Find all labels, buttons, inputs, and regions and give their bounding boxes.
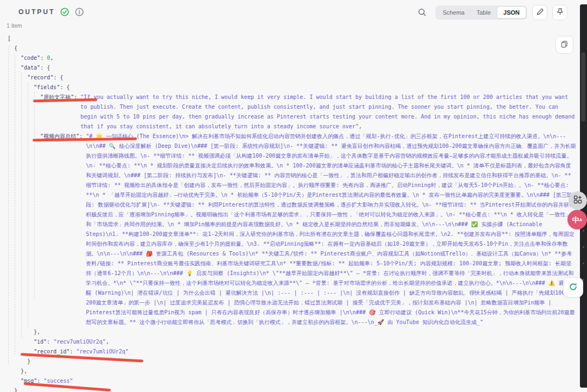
tab-table[interactable]: Table xyxy=(471,7,497,18)
json-punctuation: }, xyxy=(21,366,27,376)
json-row: "record_id": "recv7umliOUr2q" xyxy=(8,347,576,357)
json-value: 0, xyxy=(47,53,576,63)
json-row: "msg": "success" xyxy=(8,376,576,386)
json-value: { xyxy=(60,73,576,83)
json-row: "视频内容总结": "# 🌟 一句话核心 (The Essence)\n> 解决… xyxy=(8,132,576,327)
pin-button[interactable] xyxy=(552,5,567,20)
json-rows: [{"code": 0,"data": {"record": {"fields"… xyxy=(8,34,576,392)
json-key: "id" xyxy=(34,337,47,347)
strip-dot xyxy=(583,246,584,248)
strip-dot xyxy=(583,279,584,281)
json-value: "success" xyxy=(43,376,576,386)
edit-button[interactable] xyxy=(532,5,547,20)
pencil-icon xyxy=(536,8,544,17)
strip-dot xyxy=(583,263,584,264)
json-key: "msg" xyxy=(21,376,37,386)
panel-header: OUTPUT Schema Table JSON xyxy=(0,0,579,24)
json-row: "record": { xyxy=(8,73,576,83)
success-check-icon xyxy=(60,7,70,17)
json-row: "fields": { xyxy=(8,83,576,92)
refresh-button[interactable] xyxy=(563,277,583,297)
json-value: "recv7umliOUr2q", xyxy=(53,337,576,347)
json-punctuation: [ xyxy=(8,34,11,43)
json-key: "fields" xyxy=(34,83,60,92)
copy-button[interactable] xyxy=(555,36,573,54)
json-value: "If you actually want to try this niche,… xyxy=(80,92,576,132)
json-row: }, xyxy=(8,366,576,376)
json-viewer: [{"code": 0,"data": {"record": {"fields"… xyxy=(8,34,576,392)
refresh-icon xyxy=(568,282,578,294)
json-row: "原始文字稿": "If you actually want to try th… xyxy=(8,92,576,132)
json-row: { xyxy=(8,43,576,53)
search-icon[interactable] xyxy=(417,8,427,17)
info-icon[interactable] xyxy=(74,7,84,17)
view-switcher: Schema Table JSON xyxy=(435,5,527,20)
json-punctuation: }, xyxy=(34,327,40,337)
json-row: "code": 0, xyxy=(8,53,576,63)
grid-plus-icon xyxy=(573,195,582,206)
json-row: "data": { xyxy=(8,63,576,73)
item-count: 1 item xyxy=(7,22,22,29)
output-panel: OUTPUT Schema Table JSON 1 xyxy=(0,0,587,392)
json-row: [ xyxy=(8,34,576,43)
widget-grid-button[interactable] xyxy=(569,191,587,210)
scrollbar-thumb[interactable] xyxy=(581,52,585,122)
json-punctuation: } xyxy=(14,386,17,392)
json-punctuation: { xyxy=(14,43,17,53)
translate-button[interactable]: 中A xyxy=(567,210,587,229)
json-row: } xyxy=(8,357,576,366)
pushpin-icon xyxy=(556,8,564,17)
json-value: { xyxy=(47,63,576,73)
json-row: } xyxy=(8,386,576,392)
json-key: "原始文字稿" xyxy=(40,92,74,102)
json-key: "record_id" xyxy=(34,347,70,357)
json-punctuation: } xyxy=(27,357,30,366)
panel-title: OUTPUT xyxy=(18,8,55,16)
json-key: "code" xyxy=(21,53,40,63)
json-value: "# 🌟 一句话核心 (The Essence)\n> 解决在利基市场不知如何系… xyxy=(86,132,576,327)
copy-icon xyxy=(560,40,569,50)
json-key: "record" xyxy=(27,73,53,83)
json-value: "recv7umliOUr2q" xyxy=(76,347,576,357)
tab-json[interactable]: JSON xyxy=(497,7,526,18)
json-value: { xyxy=(66,83,576,92)
json-key: "data" xyxy=(21,63,40,73)
json-key: "视频内容总结" xyxy=(40,132,79,141)
strip-dot xyxy=(583,230,584,232)
tab-schema[interactable]: Schema xyxy=(436,7,470,18)
translate-icon: 中 xyxy=(572,216,579,223)
json-row: }, xyxy=(8,327,576,337)
json-row: "id": "recv7umliOUr2q", xyxy=(8,337,576,347)
